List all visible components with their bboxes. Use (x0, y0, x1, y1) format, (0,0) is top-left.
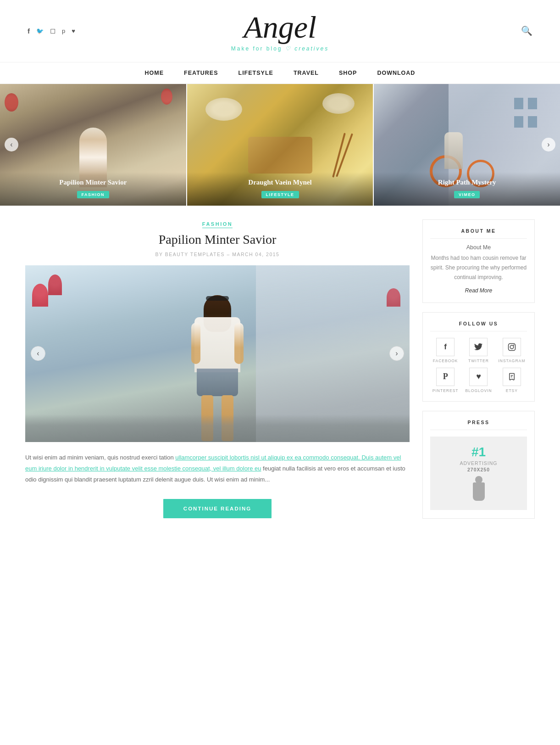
post-category-link[interactable]: FASHION (202, 221, 233, 228)
sidebar-follow-section: FOLLOW US f FACEBOOK TWITTER INSTAG (422, 312, 535, 402)
logo-subtitle: Make for blog ♡ creatives (83, 45, 477, 52)
press-person-silhouette (470, 476, 488, 501)
pinterest-follow-label: PINTEREST (432, 388, 459, 393)
post-meta: BY BEAUTY TEMPLATES – MARCH 04, 2015 (25, 252, 410, 257)
instagram-follow-icon (503, 338, 521, 356)
press-ad-size: 270X250 (467, 467, 490, 472)
sidebar-follow-title: FOLLOW US (430, 321, 527, 331)
press-ad-block: #1 ADVERTISING 270X250 (430, 437, 527, 510)
post-meta-date: MARCH 04, 2015 (232, 252, 279, 257)
continue-reading-button[interactable]: COnTInuE READING (163, 499, 272, 518)
main-nav: HOME FEATURES LIFETSYLE TRAVEL SHOP DOWN… (0, 62, 560, 84)
svg-point-1 (510, 345, 514, 349)
press-ad-label: ADVERTISING (460, 460, 498, 466)
sidebar-press-title: PRESS (430, 420, 527, 430)
logo-title: Angel (83, 10, 477, 45)
sidebar-press-section: PRESS #1 ADVERTISING 270X250 (422, 411, 535, 519)
main-layout: FASHION Papilion Minter Savior BY BEAUTY… (0, 206, 560, 541)
slider-next-button[interactable]: › (542, 138, 555, 151)
slide-2-badge-wrap: LIFESTYLE (193, 190, 368, 198)
twitter-follow-label: TWITTER (468, 358, 489, 363)
follow-grid: f FACEBOOK TWITTER INSTAGRAM P (430, 338, 527, 393)
facebook-follow-label: FACEBOOK (433, 358, 458, 363)
post-body-link[interactable]: ullamcorper suscipit lobortis nisl ut al… (25, 454, 401, 472)
svg-point-2 (513, 345, 514, 346)
follow-item-bloglovin[interactable]: ♥ BLOGLOVIN (463, 368, 493, 393)
post-body: Ut wisi enim ad minim veniam, quis nostr… (25, 452, 410, 485)
slide-1-title: Papilion Minter Savior (6, 179, 181, 186)
slide-1-badge: FASHION (77, 191, 110, 198)
post-image-next-button[interactable]: › (389, 346, 404, 361)
facebook-follow-icon: f (436, 338, 455, 356)
follow-item-etsy[interactable]: ETSY (497, 368, 527, 393)
etsy-follow-label: ETSY (506, 388, 518, 393)
pinterest-follow-icon: P (436, 368, 455, 386)
sidebar-about-readmore: Read More (430, 286, 527, 294)
etsy-follow-icon (503, 368, 521, 386)
slide-3-badge-wrap: VIMEO (379, 190, 554, 198)
post-main-image (25, 265, 410, 442)
slide-2: Draught Vaein Mynel LIFESTYLE (187, 84, 374, 206)
post-meta-separator: – (227, 252, 232, 257)
bloglovin-icon[interactable]: ♥ (72, 28, 75, 34)
header: f 🐦 ◻ p ♥ Angel Make for blog ♡ creative… (0, 0, 560, 62)
header-logo: Angel Make for blog ♡ creatives (83, 10, 477, 52)
twitter-follow-icon (469, 338, 488, 356)
nav-download[interactable]: DOWNLOAD (377, 70, 415, 76)
continue-reading-wrap: COnTInuE READING (25, 499, 410, 518)
slide-2-title: Draught Vaein Mynel (193, 179, 368, 186)
main-content: FASHION Papilion Minter Savior BY BEAUTY… (25, 219, 410, 527)
logo-subtitle-post: creatives (294, 45, 329, 52)
sidebar: ABOUT ME About Me Months had too ham cou… (422, 219, 535, 527)
twitter-icon[interactable]: 🐦 (36, 28, 44, 34)
logo-subtitle-connector: ♡ (285, 45, 294, 52)
instagram-icon[interactable]: ◻ (50, 27, 55, 35)
sidebar-about-section: ABOUT ME About Me Months had too ham cou… (422, 219, 535, 303)
nav-features[interactable]: FEATURES (184, 70, 218, 76)
post-meta-by: BY BEAUTY TEMPLATES (155, 252, 225, 257)
slide-1-overlay: Papilion Minter Savior FASHION (0, 172, 186, 206)
post-image-container: ‹ › (25, 265, 410, 442)
sidebar-about-label: About Me (430, 244, 527, 251)
follow-item-instagram[interactable]: INSTAGRAM (497, 338, 527, 363)
bloglovin-follow-icon: ♥ (469, 368, 488, 386)
slide-3: Right Path Mystery VIMEO (374, 84, 560, 206)
hero-slider: ‹ Papilion Minter Savior FASHION (0, 84, 560, 206)
slide-1-badge-wrap: FASHION (6, 190, 181, 198)
header-social-icons: f 🐦 ◻ p ♥ (28, 27, 83, 35)
bloglovin-follow-label: BLOGLOVIN (465, 388, 492, 393)
slide-3-badge: VIMEO (454, 191, 480, 198)
svg-rect-0 (508, 343, 515, 350)
nav-lifetsyle[interactable]: LIFETSYLE (238, 70, 273, 76)
header-search-area: 🔍 (477, 25, 532, 36)
post-image-prev-button[interactable]: ‹ (31, 346, 45, 361)
sidebar-about-readmore-link[interactable]: Read More (465, 287, 492, 294)
follow-item-pinterest[interactable]: P PINTEREST (430, 368, 460, 393)
post-title: Papilion Minter Savior (25, 232, 410, 247)
sidebar-about-text: Months had too ham cousin remove far spi… (430, 253, 527, 282)
instagram-follow-label: INSTAGRAM (498, 358, 525, 363)
search-icon[interactable]: 🔍 (521, 25, 532, 36)
slide-3-overlay: Right Path Mystery VIMEO (374, 172, 560, 206)
nav-shop[interactable]: SHOP (339, 70, 357, 76)
follow-item-twitter[interactable]: TWITTER (463, 338, 493, 363)
nav-travel[interactable]: TRAVEL (294, 70, 319, 76)
logo-subtitle-pre: Make for blog (231, 45, 283, 52)
follow-item-facebook[interactable]: f FACEBOOK (430, 338, 460, 363)
sidebar-about-title: ABOUT ME (430, 228, 527, 239)
nav-home[interactable]: HOME (145, 70, 164, 76)
facebook-icon[interactable]: f (28, 27, 30, 35)
press-number: #1 (471, 445, 486, 459)
slide-2-badge: LIFESTYLE (261, 191, 299, 198)
slide-1: Papilion Minter Savior FASHION (0, 84, 187, 206)
slide-2-overlay: Draught Vaein Mynel LIFESTYLE (187, 172, 373, 206)
pinterest-icon[interactable]: p (62, 28, 65, 34)
slide-3-title: Right Path Mystery (379, 179, 554, 186)
post-category: FASHION (25, 219, 410, 228)
slider-prev-button[interactable]: ‹ (5, 138, 18, 151)
